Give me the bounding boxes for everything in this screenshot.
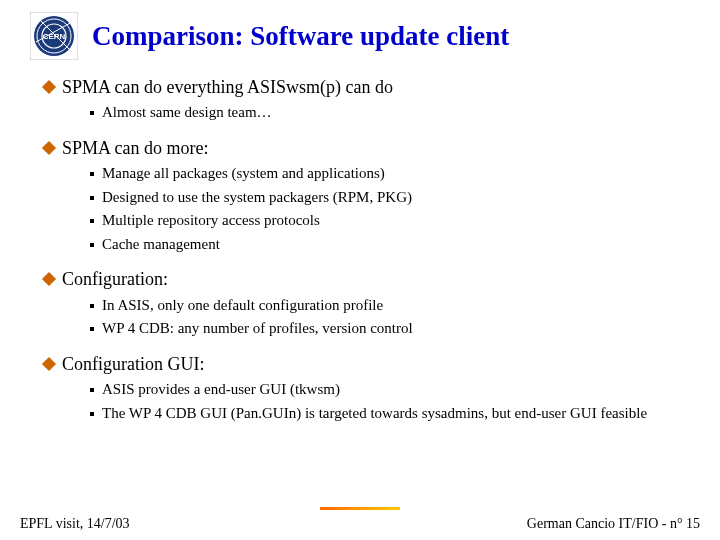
cern-logo-icon: CERN <box>30 12 78 60</box>
dot-bullet-icon <box>90 243 94 247</box>
diamond-bullet-icon <box>42 357 56 371</box>
bullet-text: Configuration: <box>62 268 168 291</box>
sub-item: Cache management <box>90 235 690 255</box>
diamond-bullet-icon <box>42 80 56 94</box>
sub-text: Designed to use the system packagers (RP… <box>102 188 412 208</box>
bullet-text: SPMA can do everything ASISwsm(p) can do <box>62 76 393 99</box>
sub-item: ASIS provides a end-user GUI (tkwsm) <box>90 380 690 400</box>
bullet-list: SPMA can do everything ASISwsm(p) can do… <box>44 76 690 431</box>
sub-item: Manage all packages (system and applicat… <box>90 164 690 184</box>
bullet-text: Configuration GUI: <box>62 353 204 376</box>
bullet-item: Configuration: In ASIS, only one default… <box>44 268 690 346</box>
sub-text: Almost same design team… <box>102 103 272 123</box>
sub-list: Manage all packages (system and applicat… <box>90 164 690 258</box>
sub-list: In ASIS, only one default configuration … <box>90 296 690 343</box>
footer: EPFL visit, 14/7/03 German Cancio IT/FIO… <box>0 516 720 532</box>
footer-left: EPFL visit, 14/7/03 <box>20 516 130 532</box>
sub-text: In ASIS, only one default configuration … <box>102 296 383 316</box>
sub-item: Designed to use the system packagers (RP… <box>90 188 690 208</box>
bullet-text: SPMA can do more: <box>62 137 209 160</box>
svg-text:CERN: CERN <box>43 32 66 41</box>
dot-bullet-icon <box>90 196 94 200</box>
sub-text: Cache management <box>102 235 220 255</box>
slide-title: Comparison: Software update client <box>92 21 509 52</box>
dot-bullet-icon <box>90 111 94 115</box>
sub-list: ASIS provides a end-user GUI (tkwsm) The… <box>90 380 690 427</box>
bullet-item: SPMA can do everything ASISwsm(p) can do… <box>44 76 690 131</box>
bullet-item: SPMA can do more: Manage all packages (s… <box>44 137 690 262</box>
sub-text: ASIS provides a end-user GUI (tkwsm) <box>102 380 340 400</box>
sub-item: In ASIS, only one default configuration … <box>90 296 690 316</box>
dot-bullet-icon <box>90 172 94 176</box>
dot-bullet-icon <box>90 327 94 331</box>
dot-bullet-icon <box>90 388 94 392</box>
accent-bar <box>320 507 400 510</box>
slide: CERN Comparison: Software update client … <box>0 0 720 540</box>
sub-text: WP 4 CDB: any number of profiles, versio… <box>102 319 413 339</box>
dot-bullet-icon <box>90 304 94 308</box>
sub-item: Almost same design team… <box>90 103 690 123</box>
sub-list: Almost same design team… <box>90 103 690 127</box>
dot-bullet-icon <box>90 412 94 416</box>
sub-text: The WP 4 CDB GUI (Pan.GUIn) is targeted … <box>102 404 647 424</box>
sub-text: Multiple repository access protocols <box>102 211 320 231</box>
sub-item: The WP 4 CDB GUI (Pan.GUIn) is targeted … <box>90 404 690 424</box>
sub-item: Multiple repository access protocols <box>90 211 690 231</box>
diamond-bullet-icon <box>42 141 56 155</box>
sub-item: WP 4 CDB: any number of profiles, versio… <box>90 319 690 339</box>
footer-right: German Cancio IT/FIO - n° 15 <box>527 516 700 532</box>
sub-text: Manage all packages (system and applicat… <box>102 164 385 184</box>
bullet-item: Configuration GUI: ASIS provides a end-u… <box>44 353 690 431</box>
dot-bullet-icon <box>90 219 94 223</box>
title-row: CERN Comparison: Software update client <box>30 12 690 60</box>
diamond-bullet-icon <box>42 272 56 286</box>
